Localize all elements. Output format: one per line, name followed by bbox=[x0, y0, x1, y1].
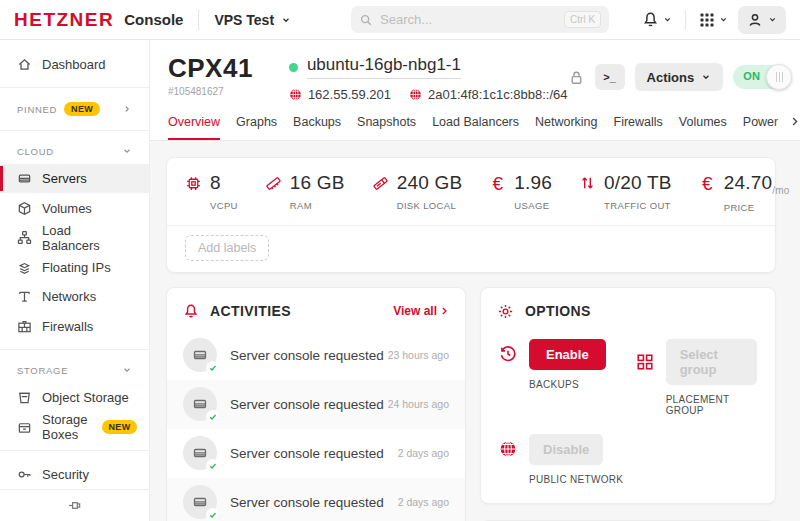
sidebar-section-storage[interactable]: STORAGE bbox=[0, 358, 149, 383]
chevron-down-icon bbox=[719, 15, 728, 24]
sidebar-item-object-storage[interactable]: Object Storage bbox=[0, 383, 149, 412]
sidebar-item-dashboard[interactable]: Dashboard bbox=[0, 50, 149, 79]
globe-icon bbox=[409, 88, 422, 101]
activity-row[interactable]: Server console requested 2 days ago bbox=[167, 429, 465, 478]
tab-firewalls[interactable]: Firewalls bbox=[614, 115, 663, 140]
hetzner-logo[interactable]: HETZNER bbox=[14, 9, 114, 31]
sidebar-item-firewalls[interactable]: Firewalls bbox=[0, 311, 149, 340]
add-labels-button[interactable]: Add labels bbox=[185, 235, 269, 261]
view-all-label: View all bbox=[393, 304, 437, 318]
sidebar-item-label: Floating IPs bbox=[42, 260, 111, 275]
user-menu[interactable] bbox=[738, 6, 786, 34]
chevron-right-icon bbox=[789, 116, 800, 127]
stat-usage: € 1.96 USAGE bbox=[489, 172, 552, 213]
sidebar-section-pinned[interactable]: PINNED NEW bbox=[0, 96, 149, 121]
avatar bbox=[183, 436, 217, 470]
select-group-button[interactable]: Select group bbox=[666, 339, 757, 385]
tab-load-balancers[interactable]: Load Balancers bbox=[432, 115, 519, 140]
sidebar-footer bbox=[0, 489, 149, 521]
bucket-icon bbox=[17, 390, 32, 405]
activity-row[interactable]: Server console requested 24 hours ago bbox=[167, 380, 465, 429]
traffic-arrows-icon bbox=[580, 175, 595, 191]
activity-list: Server console requested 23 hours ago Se… bbox=[167, 331, 465, 521]
placement-group-option: Select group PLACEMENT GROUP bbox=[636, 339, 757, 416]
cpu-icon bbox=[185, 175, 202, 192]
topbar-divider bbox=[198, 10, 199, 30]
activity-text: Server console requested bbox=[230, 446, 384, 461]
stat-label: DISK LOCAL bbox=[397, 200, 463, 211]
stat-traffic: 0/20 TB TRAFFIC OUT bbox=[579, 172, 672, 213]
chevron-down-icon bbox=[281, 15, 291, 25]
new-badge: NEW bbox=[102, 420, 138, 434]
tab-volumes[interactable]: Volumes bbox=[679, 115, 727, 140]
sidebar-item-label: Networks bbox=[42, 289, 96, 304]
tab-networking[interactable]: Networking bbox=[535, 115, 598, 140]
sidebar-item-security[interactable]: Security bbox=[0, 459, 149, 488]
sidebar-item-networks[interactable]: Networks bbox=[0, 282, 149, 311]
backups-label: BACKUPS bbox=[529, 379, 606, 390]
ipv4-address[interactable]: 162.55.59.201 bbox=[289, 87, 391, 102]
server-name-editable[interactable]: ubuntu-16gb-nbg1-1 bbox=[307, 55, 461, 79]
sidebar-section-cloud[interactable]: CLOUD bbox=[0, 139, 149, 164]
overview-content: 8 VCPU 16 GB RAM bbox=[150, 141, 800, 521]
apps-menu[interactable] bbox=[699, 12, 728, 28]
avatar bbox=[183, 338, 217, 372]
disable-network-button[interactable]: Disable bbox=[529, 434, 603, 465]
tab-graphs[interactable]: Graphs bbox=[236, 115, 277, 140]
stat-value: 24.70 bbox=[724, 172, 773, 193]
console-terminal-button[interactable]: >_ bbox=[595, 64, 625, 90]
stat-label: VCPU bbox=[210, 200, 238, 211]
lock-icon[interactable] bbox=[568, 69, 585, 86]
project-switcher[interactable]: VPS Test bbox=[214, 12, 291, 28]
server-stats-card: 8 VCPU 16 GB RAM bbox=[166, 157, 776, 273]
sidebar-item-volumes[interactable]: Volumes bbox=[0, 193, 149, 222]
stat-label: USAGE bbox=[514, 200, 552, 211]
globe-icon bbox=[499, 440, 517, 458]
notifications-menu[interactable] bbox=[642, 11, 672, 28]
tab-backups[interactable]: Backups bbox=[293, 115, 341, 140]
server-type-block: CPX41 #105481627 bbox=[168, 53, 253, 97]
stat-price: € 24.70/mo PRICE bbox=[699, 172, 790, 213]
placement-group-icon bbox=[636, 353, 654, 371]
activity-text: Server console requested bbox=[230, 348, 384, 363]
disk-icon bbox=[372, 175, 389, 192]
tab-power[interactable]: Power bbox=[743, 115, 778, 140]
topbar-divider bbox=[685, 10, 686, 30]
activity-row[interactable]: Server console requested 23 hours ago bbox=[167, 331, 465, 380]
stat-value: 0/20 TB bbox=[604, 172, 672, 194]
topbar: HETZNER Console VPS Test Ctrl K bbox=[0, 0, 800, 40]
stat-suffix: /mo bbox=[772, 185, 789, 196]
pin-sidebar-icon[interactable] bbox=[67, 498, 82, 513]
tab-overview[interactable]: Overview bbox=[168, 115, 220, 140]
search-input[interactable] bbox=[380, 12, 557, 27]
actions-button[interactable]: Actions bbox=[635, 63, 724, 91]
power-toggle[interactable]: ON bbox=[733, 65, 789, 89]
activity-time: 23 hours ago bbox=[388, 349, 449, 361]
sidebar-item-servers[interactable]: Servers bbox=[0, 164, 149, 193]
search-icon bbox=[359, 13, 373, 27]
sidebar-item-storage-boxes[interactable]: Storage Boxes NEW bbox=[0, 412, 149, 442]
search-shortcut: Ctrl K bbox=[564, 11, 601, 28]
sidebar-item-load-balancers[interactable]: Load Balancers bbox=[0, 223, 149, 253]
floating-ip-icon bbox=[17, 260, 32, 275]
view-all-link[interactable]: View all bbox=[393, 304, 449, 318]
enable-backups-button[interactable]: Enable bbox=[529, 339, 606, 370]
stat-label: TRAFFIC OUT bbox=[604, 200, 672, 211]
options-card: OPTIONS Enable BACKUPS bbox=[480, 287, 776, 504]
activities-title: ACTIVITIES bbox=[210, 303, 291, 319]
chevron-down-icon bbox=[122, 365, 132, 375]
public-network-option: Disable PUBLIC NETWORK bbox=[499, 434, 623, 485]
search-bar[interactable]: Ctrl K bbox=[351, 6, 609, 33]
hetzner-console-screen: HETZNER Console VPS Test Ctrl K bbox=[0, 0, 800, 521]
topbar-actions bbox=[642, 6, 786, 34]
activity-row[interactable]: Server console requested 2 days ago bbox=[167, 478, 465, 521]
user-icon bbox=[747, 12, 763, 28]
ipv6-address[interactable]: 2a01:4f8:1c1c:8bb8::/64 bbox=[409, 87, 568, 102]
toggle-knob[interactable] bbox=[766, 64, 792, 90]
ipv4-text: 162.55.59.201 bbox=[308, 87, 391, 102]
cloud-label: CLOUD bbox=[17, 146, 54, 157]
tabs-scroll-right[interactable] bbox=[775, 116, 800, 127]
sidebar-item-floating-ips[interactable]: Floating IPs bbox=[0, 253, 149, 282]
home-icon bbox=[17, 57, 32, 72]
tab-snapshots[interactable]: Snapshots bbox=[357, 115, 416, 140]
